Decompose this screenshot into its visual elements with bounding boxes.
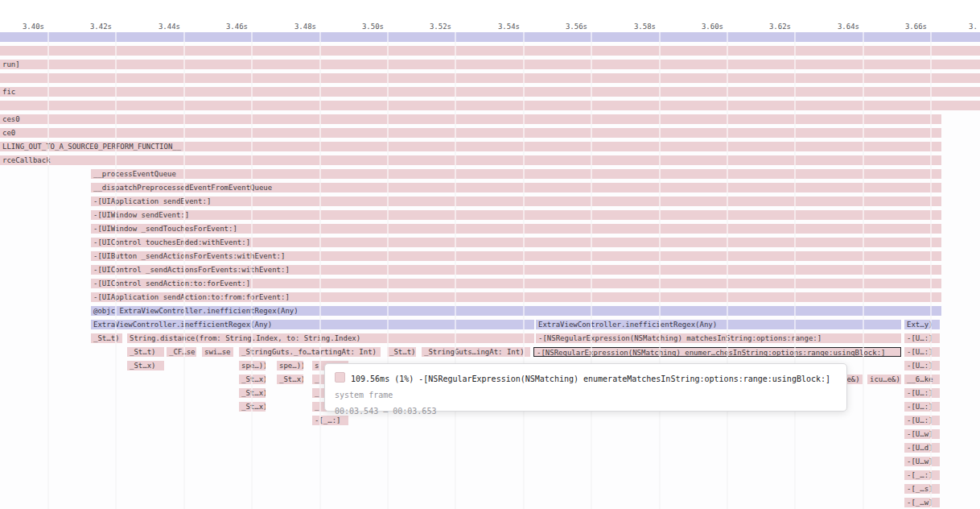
flame-bar[interactable]: -[U…:] [904,347,940,357]
flame-bar[interactable]: Ext…y) [904,320,940,329]
flame-bar[interactable]: -[U…:] [904,388,940,398]
time-tick-label: 3.58s [619,23,656,31]
flame-bar[interactable]: -[UIApplication sendEvent:] [91,197,941,206]
flame-bar[interactable]: _StringGuts._fo…tartingAt: Int) [239,347,381,357]
flame-bar[interactable]: -[_…w] [904,498,940,507]
hover-tooltip: 109.56ms (1%) -[NSRegularExpression(NSMa… [324,363,847,412]
flame-bar[interactable]: -[U…:] [904,402,940,412]
time-tick-label: 3.60s [686,23,723,31]
time-tick-label: 3.66s [890,23,927,31]
flame-bar[interactable]: -[_…:] [904,470,940,480]
flame-bar[interactable]: ExtraViewController.inefficientRegex(Any… [91,320,534,329]
time-tick-label: 3.50s [347,23,384,31]
flame-bar[interactable]: swi…se [202,347,233,357]
flame-bar[interactable]: fic [0,87,980,97]
time-gridline-highlight [251,32,253,509]
time-tick-label: 3.54s [483,23,520,31]
flame-bar[interactable]: @objc ExtraViewController.inefficientReg… [91,306,941,316]
flame-bar[interactable]: LLING_OUT_TO_A_SOURCE0_PERFORM_FUNCTION_… [0,142,941,151]
flame-bar[interactable] [0,73,980,83]
flame-bar[interactable]: _St…t) [127,347,164,357]
flame-bar[interactable]: -[U…:] [904,361,940,370]
flame-bar[interactable]: -[UIApplication sendAction:to:from:forEv… [91,292,941,302]
flame-bar[interactable]: -[U…d] [904,443,940,453]
flame-bar[interactable]: _St…t) [387,347,416,357]
flame-bar[interactable] [0,32,980,42]
flame-bar[interactable]: __processEventQueue [91,169,941,179]
time-gridline-highlight [47,32,49,509]
flame-bar[interactable]: -[_…s] [904,484,940,494]
flame-bar-selected[interactable]: -[NSRegularExpression(NSMatching) enumer… [533,347,901,357]
time-gridline-highlight [659,32,661,509]
time-tick-label: 3.48s [279,23,316,31]
time-tick-label: 3.62s [754,23,791,31]
time-gridline-highlight [930,32,932,509]
flame-bar[interactable]: __dispatchPreprocessedEventFromEventQueu… [91,183,941,192]
flame-bar[interactable]: ces0 [0,114,941,124]
flame-bar[interactable]: ce0 [0,128,941,138]
flame-bar[interactable]: -[UIControl _sendActionsForEvents:withEv… [91,265,941,275]
flame-bar[interactable]: rceCallback [0,155,941,165]
time-tick-label: 3.56s [550,23,587,31]
flame-bar[interactable]: _St…x) [127,361,164,370]
flame-bar[interactable]: spe…)) [277,361,303,370]
time-gridline-highlight [455,32,456,509]
time-gridline-highlight [727,32,728,509]
tooltip-symbol: -[NSRegularExpression(NSMatching) enumer… [418,375,830,383]
time-gridline-highlight [591,32,592,509]
time-tick-label: 3.44s [143,23,180,31]
flame-bar[interactable]: -[UIWindow sendEvent:] [91,210,941,220]
tooltip-title-line: 109.56ms (1%) -[NSRegularExpression(NSMa… [335,371,837,387]
time-tick-label: 3. [969,23,980,31]
time-gridline-highlight [387,32,389,509]
flame-bar[interactable]: -[U…w] [904,457,940,466]
flame-bar[interactable]: __6…ke [904,375,940,384]
tooltip-time-range: 00:03.543 — 00:03.653 [335,403,837,420]
flame-bar[interactable]: icu…e&) [867,375,901,384]
flame-bar[interactable]: _St…x) [277,375,303,384]
flame-graph-view: 3.40s3.42s3.44s3.46s3.48s3.50s3.52s3.54s… [0,0,980,509]
flame-bar[interactable]: -[UIControl sendAction:to:forEvent:] [91,279,941,288]
flame-bar[interactable]: _St…t) [91,333,122,343]
flame-bar[interactable]: -[U…:] [904,416,940,425]
time-gridline-highlight [863,32,864,509]
time-gridline-highlight [523,32,525,509]
flame-bar[interactable]: _StringGuts…ingAt: Int) [422,347,530,357]
flame-bar[interactable] [0,101,980,110]
tooltip-duration: 109.56ms (1%) [351,375,414,383]
flame-bar[interactable]: -[UIControl touchesEnded:withEvent:] [91,238,941,247]
time-gridline-highlight [794,32,796,509]
time-gridline-highlight [183,32,185,509]
category-color-swatch [335,372,345,383]
flame-bar[interactable]: String.distance(from: String.Index, to: … [127,333,534,343]
tooltip-frame-kind: system frame [335,387,837,403]
flame-bar[interactable]: -[U…w] [904,429,940,439]
time-ruler[interactable]: 3.40s3.42s3.44s3.46s3.48s3.50s3.52s3.54s… [0,21,980,32]
time-tick-label: 3.52s [414,23,451,31]
flame-bar[interactable]: _CF…se [167,347,196,357]
track-header-spacer [0,0,980,22]
time-gridline-highlight [115,32,117,509]
time-tick-label: 3.64s [822,23,859,31]
flame-bar[interactable] [0,46,980,56]
time-tick-label: 3.42s [75,23,112,31]
time-gridline-highlight [319,32,321,509]
time-tick-label: 3.46s [211,23,248,31]
flame-bar[interactable]: -[U…:] [904,333,940,343]
time-tick-label: 3.40s [7,23,44,31]
flame-bar[interactable]: -[UIButton _sendActionsForEvents:withEve… [91,251,941,261]
flame-bar[interactable]: -[UIWindow _sendTouchesForEvent:] [91,224,941,234]
flame-bar[interactable]: run] [0,60,980,69]
